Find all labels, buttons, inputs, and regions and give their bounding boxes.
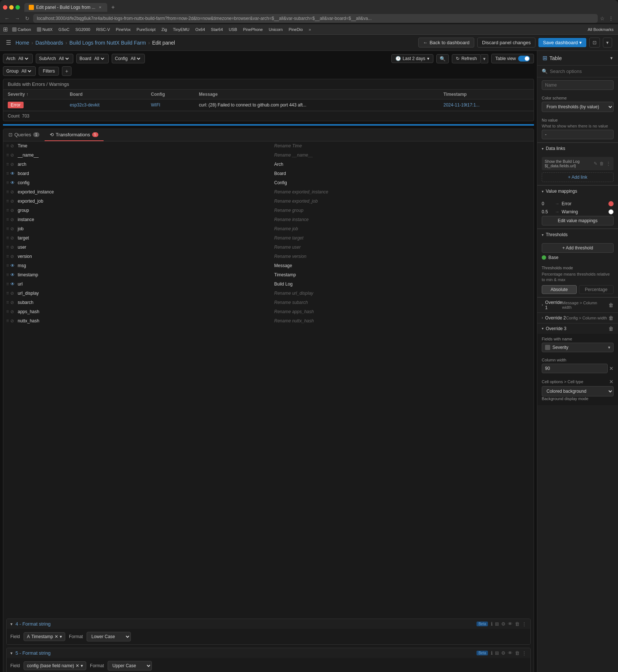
bookmarks-more[interactable]: » <box>309 27 311 32</box>
zoom-out-button[interactable]: 🔍 <box>436 54 449 63</box>
bookmark-ox64[interactable]: Ox64 <box>194 27 206 32</box>
bookmark-unicorn[interactable]: Unicorn <box>267 27 284 32</box>
drag-handle[interactable]: ⠿ <box>6 181 9 185</box>
active-tab[interactable]: Edit panel - Build Logs from ... ✕ <box>24 3 107 12</box>
save-dashboard-button[interactable]: Save dashboard ▾ <box>538 38 586 47</box>
visibility-icon-msg[interactable]: 👁 <box>10 263 15 268</box>
reload-button[interactable]: ↻ <box>24 15 31 22</box>
config-filter[interactable]: Config All <box>112 54 145 63</box>
no-value-input[interactable] <box>542 130 614 139</box>
more-link-button[interactable]: ⋮ <box>606 161 611 166</box>
drag-handle[interactable]: ⠿ <box>6 199 9 203</box>
discard-changes-button[interactable]: Discard panel changes <box>477 38 535 48</box>
hamburger-menu[interactable]: ☰ <box>6 39 11 46</box>
format-5-format-select[interactable]: Upper Case Lower Case <box>108 661 152 671</box>
breadcrumb-build-logs[interactable]: Build Logs from NuttX Build Farm <box>69 40 146 46</box>
visibility-icon-timestamp[interactable]: 👁 <box>10 272 15 277</box>
format-5-more-icon[interactable]: ⋮ <box>522 650 527 656</box>
col-board[interactable]: Board <box>65 90 146 99</box>
drag-handle[interactable]: ⠿ <box>6 245 9 249</box>
apps-icon[interactable]: ⊞ <box>3 26 8 33</box>
subarch-select[interactable]: All <box>57 56 70 62</box>
transformations-tab[interactable]: ⟲ Transformations 5 <box>45 129 104 141</box>
bookmark-risc-v[interactable]: RISC-V <box>95 27 111 32</box>
subarch-filter[interactable]: SubArch All <box>36 54 73 63</box>
visibility-icon-url[interactable]: 👁 <box>10 281 15 287</box>
drag-handle[interactable]: ⠿ <box>6 218 9 222</box>
column-width-input[interactable] <box>542 364 608 373</box>
add-filter-button[interactable]: + <box>62 66 71 76</box>
visibility-icon-target[interactable]: ⊘ <box>10 235 15 241</box>
visibility-icon-url-display[interactable]: ⊘ <box>10 291 15 296</box>
drag-handle[interactable]: ⠿ <box>6 162 9 167</box>
thresholds-header[interactable]: ▾ Thresholds <box>537 229 618 240</box>
bookmark-sg2000[interactable]: SG2000 <box>74 27 92 32</box>
forward-nav-button[interactable]: → <box>13 15 21 22</box>
visibility-icon-group[interactable]: ⊘ <box>10 208 15 213</box>
visibility-icon-exported-job[interactable]: ⊘ <box>10 199 15 204</box>
timestamp-text[interactable]: 2024-11-19t17:1... <box>443 102 479 108</box>
visibility-icon-time[interactable]: ⊘ <box>10 143 15 148</box>
format-4-info-icon[interactable]: ℹ <box>491 621 493 627</box>
bookmark-star[interactable]: ☆ <box>600 15 605 21</box>
override-1-delete[interactable]: 🗑 <box>608 302 614 308</box>
edit-link-button[interactable]: ✎ <box>594 161 597 166</box>
add-threshold-button[interactable]: + Add threshold <box>542 243 614 253</box>
format-5-field-select[interactable]: config (base field name) ✕ ▾ <box>24 661 86 670</box>
drag-handle[interactable]: ⠿ <box>6 301 9 305</box>
table-view-toggle[interactable]: Table view <box>491 54 534 63</box>
more-menu-button[interactable]: ⋮ <box>607 15 615 22</box>
cell-type-select[interactable]: Colored background <box>542 386 614 396</box>
traffic-light-green[interactable] <box>15 5 20 10</box>
override-2-header[interactable]: › Override 2 Config > Column width 🗑 <box>537 312 618 323</box>
tv-mode-button[interactable]: ⊡ <box>589 38 600 48</box>
breadcrumb-dashboards[interactable]: Dashboards <box>35 40 63 46</box>
drag-handle[interactable]: ⠿ <box>6 190 9 194</box>
visibility-icon-nuttx-hash[interactable]: ⊘ <box>10 318 15 323</box>
drag-handle[interactable]: ⠿ <box>6 236 9 240</box>
delete-link-button[interactable]: 🗑 <box>600 161 604 166</box>
bookmark-zig[interactable]: Zig <box>160 27 168 32</box>
add-link-button[interactable]: + Add link <box>542 172 614 182</box>
format-5-settings-icon[interactable]: ⚙ <box>501 650 506 656</box>
format-5-delete-icon[interactable]: 🗑 <box>515 650 520 656</box>
bookmark-purescript[interactable]: PureScript <box>135 27 157 32</box>
col-config[interactable]: Config <box>147 90 195 99</box>
tab-close-btn[interactable]: ✕ <box>98 5 103 10</box>
format-4-collapse[interactable]: ▾ <box>10 622 13 627</box>
board-select[interactable]: All <box>93 56 105 62</box>
refresh-dropdown[interactable]: ▾ <box>481 54 488 63</box>
bookmark-gsoc[interactable]: GSoC <box>57 27 71 32</box>
visibility-icon-board[interactable]: 👁 <box>10 171 15 176</box>
visibility-icon-config[interactable]: 👁 <box>10 180 15 185</box>
format-4-delete-icon[interactable]: 🗑 <box>515 621 520 627</box>
resize-handle[interactable] <box>3 124 534 126</box>
group-select[interactable]: All <box>20 68 32 74</box>
url-bar[interactable]: localhost:3000/d/fe2bqg6uk7nr4a/build-lo… <box>33 14 598 23</box>
new-tab-button[interactable]: + <box>109 3 118 12</box>
filters-button[interactable]: Filters <box>39 67 59 76</box>
arch-select[interactable]: All <box>17 56 29 62</box>
drag-handle[interactable]: ⠿ <box>6 291 9 295</box>
drag-handle[interactable]: ⠿ <box>6 227 9 231</box>
board-link[interactable]: esp32c3-devkit <box>70 102 99 108</box>
drag-handle[interactable]: ⠿ <box>6 255 9 259</box>
visibility-icon-name[interactable]: ⊘ <box>10 153 15 158</box>
bookmark-pinephone[interactable]: PinePhone <box>241 27 264 32</box>
visibility-icon-version[interactable]: ⊘ <box>10 254 15 259</box>
format-5-collapse[interactable]: ▾ <box>10 651 13 656</box>
percentage-threshold-button[interactable]: Percentage <box>579 285 614 294</box>
format-4-settings-icon[interactable]: ⚙ <box>501 621 506 627</box>
value-mappings-header[interactable]: ▾ Value mappings <box>537 185 618 197</box>
edit-value-mappings-button[interactable]: Edit value mappings <box>542 216 614 225</box>
bookmark-nuttx[interactable]: NuttX <box>35 27 54 32</box>
group-filter[interactable]: Group All <box>3 66 36 76</box>
drag-handle[interactable]: ⠿ <box>6 264 9 268</box>
config-select[interactable]: All <box>129 56 142 62</box>
bookmark-pinedio[interactable]: PineDio <box>287 27 304 32</box>
data-links-section-header[interactable]: ▾ Data links <box>537 143 618 154</box>
override-3-header[interactable]: ▾ Override 3 🗑 <box>537 323 618 334</box>
back-to-dashboard-button[interactable]: ← Back to dashboard <box>418 38 474 48</box>
visibility-icon-user[interactable]: ⊘ <box>10 245 15 250</box>
format-4-format-select[interactable]: Lower Case Upper Case <box>87 632 131 641</box>
